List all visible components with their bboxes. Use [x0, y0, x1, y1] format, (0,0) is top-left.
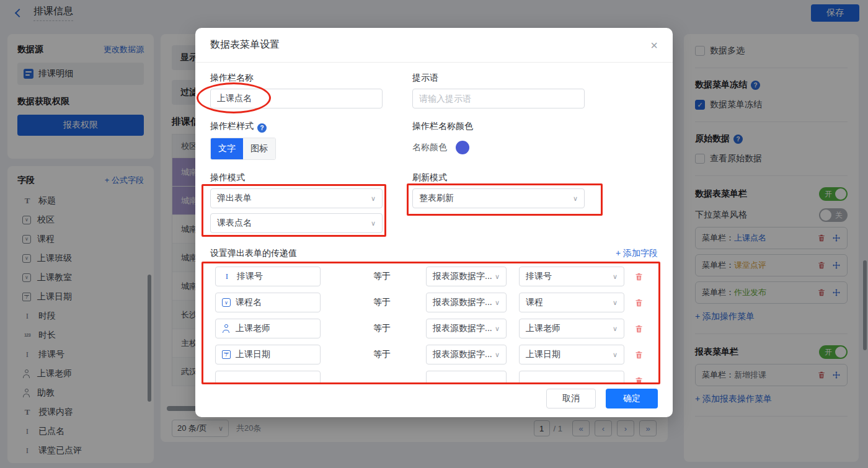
- pass-field-box[interactable]: ∨课程名: [215, 293, 321, 312]
- pass-values-title: 设置弹出表单的传递值: [210, 248, 297, 259]
- op-name-label: 操作栏名称: [210, 73, 383, 84]
- op-mode-value: 弹出表单: [217, 193, 252, 204]
- refresh-mode-label: 刷新模式: [412, 172, 585, 183]
- pass-row: ∨课程名 等于 报表源数据字...∨ 课程∨: [210, 293, 658, 312]
- pass-row-partial: [210, 371, 658, 384]
- source-type-select[interactable]: 报表源数据字...∨: [426, 319, 507, 338]
- op-mode-select[interactable]: 弹出表单 ∨: [210, 188, 383, 208]
- user-icon: [222, 324, 231, 333]
- chevron-down-icon: ∨: [573, 195, 578, 203]
- trash-icon[interactable]: [634, 324, 644, 333]
- chevron-down-icon: ∨: [613, 299, 618, 307]
- pass-row: 上课老师 等于 报表源数据字...∨ 上课老师∨: [210, 319, 658, 338]
- style-text-tab[interactable]: 文字: [211, 138, 243, 159]
- tip-input[interactable]: [412, 89, 585, 108]
- close-icon[interactable]: ×: [650, 39, 658, 51]
- target-form-select[interactable]: 课表点名 ∨: [210, 213, 383, 233]
- source-field-select[interactable]: [519, 371, 624, 384]
- chevron-down-icon: ∨: [613, 273, 618, 281]
- pass-field-box[interactable]: I排课号: [215, 267, 321, 286]
- source-field-value: 上课老师: [526, 323, 560, 334]
- equals-label: 等于: [373, 297, 398, 308]
- trash-icon[interactable]: [634, 376, 644, 385]
- style-label: 操作栏样式?: [210, 121, 383, 133]
- pass-field-label: 课程名: [236, 297, 262, 308]
- refresh-mode-select[interactable]: 整表刷新 ∨: [412, 188, 585, 208]
- source-type-value: 报表源数据字...: [433, 297, 492, 308]
- chevron-down-icon: ∨: [495, 299, 500, 307]
- pass-field-label: 排课号: [237, 271, 263, 282]
- source-field-value: 上课日期: [526, 349, 560, 360]
- target-form-value: 课表点名: [217, 218, 252, 229]
- source-type-select[interactable]: 报表源数据字...∨: [426, 345, 507, 364]
- equals-label: 等于: [373, 271, 398, 282]
- pass-field-box[interactable]: [215, 371, 321, 384]
- refresh-mode-value: 整表刷新: [419, 193, 454, 204]
- source-field-select[interactable]: 课程∨: [519, 293, 624, 312]
- source-type-select[interactable]: 报表源数据字...∨: [426, 293, 507, 312]
- app-root: 排课信息 保存 数据源 更改数据源 排课明细 数据获取权限 报表权限 字段 + …: [0, 0, 868, 468]
- modal-title: 数据表菜单设置: [210, 38, 280, 51]
- pass-field-label: 上课日期: [236, 349, 270, 360]
- trash-icon[interactable]: [634, 350, 644, 360]
- cancel-button[interactable]: 取消: [546, 389, 596, 408]
- source-type-select[interactable]: 报表源数据字...∨: [426, 267, 507, 286]
- pass-field-label: 上课老师: [236, 323, 270, 334]
- chevron-down-icon: ∨: [613, 351, 618, 359]
- source-field-select[interactable]: 排课号∨: [519, 267, 624, 286]
- add-field-link[interactable]: + 添加字段: [616, 248, 658, 259]
- help-icon[interactable]: ?: [257, 123, 267, 133]
- name-color-label: 名称颜色: [412, 142, 447, 153]
- chevron-down-icon: ∨: [613, 325, 618, 333]
- source-type-value: 报表源数据字...: [433, 349, 492, 360]
- pass-field-box[interactable]: 7上课日期: [215, 345, 321, 364]
- pass-field-box[interactable]: 上课老师: [215, 319, 321, 338]
- source-type-value: 报表源数据字...: [433, 323, 492, 334]
- color-swatch[interactable]: [456, 141, 469, 154]
- pass-values-list: I排课号 等于 报表源数据字...∨ 排课号∨ ∨课程名 等于 报表源数据字..…: [210, 267, 658, 384]
- date-icon: 7: [222, 350, 231, 359]
- chevron-down-icon: ∨: [495, 325, 500, 333]
- trash-icon[interactable]: [634, 298, 644, 307]
- chevron-down-icon: ∨: [495, 351, 500, 359]
- op-mode-label: 操作模式: [210, 172, 383, 183]
- trash-icon[interactable]: [634, 272, 644, 281]
- chevron-down-icon: ∨: [495, 273, 500, 281]
- chevron-down-icon: ∨: [371, 195, 376, 203]
- text-icon: I: [222, 272, 232, 281]
- tip-label: 提示语: [412, 73, 585, 84]
- select-icon: ∨: [222, 298, 231, 307]
- source-field-select[interactable]: 上课老师∨: [519, 319, 624, 338]
- source-field-value: 课程: [526, 297, 543, 308]
- name-color-section-label: 操作栏名称颜色: [412, 121, 585, 132]
- confirm-button[interactable]: 确定: [606, 389, 658, 408]
- equals-label: 等于: [373, 349, 398, 360]
- source-field-value: 排课号: [526, 271, 552, 282]
- pass-row: 7上课日期 等于 报表源数据字...∨ 上课日期∨: [210, 345, 658, 364]
- equals-label: 等于: [373, 323, 398, 334]
- chevron-down-icon: ∨: [371, 219, 376, 227]
- pass-row: I排课号 等于 报表源数据字...∨ 排课号∨: [210, 267, 658, 286]
- style-icon-tab[interactable]: 图标: [243, 138, 275, 159]
- table-menu-settings-modal: 数据表菜单设置 × 操作栏名称 提示语 操作栏样式? 文字 图: [195, 28, 673, 417]
- source-field-select[interactable]: 上课日期∨: [519, 345, 624, 364]
- source-type-value: 报表源数据字...: [433, 271, 492, 282]
- source-type-select[interactable]: [426, 371, 507, 384]
- style-segmented-control: 文字 图标: [210, 138, 276, 160]
- op-name-input[interactable]: [210, 89, 383, 108]
